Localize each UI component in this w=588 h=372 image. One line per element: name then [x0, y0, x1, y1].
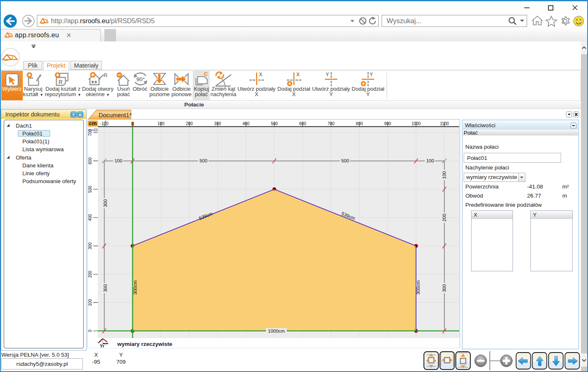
svg-text:90°: 90° [136, 76, 145, 82]
svg-text:100: 100 [442, 171, 447, 179]
svg-text:200: 200 [88, 271, 92, 278]
svg-text:wymiary rzeczywiste: wymiary rzeczywiste [117, 341, 172, 347]
svg-text:100: 100 [426, 158, 434, 163]
svg-text:300: 300 [88, 242, 92, 249]
svg-text:R: R [58, 79, 63, 85]
svg-text:100: 100 [88, 299, 92, 306]
svg-text:C: C [204, 72, 208, 77]
svg-text:500: 500 [341, 158, 349, 163]
svg-text:Yr: Yr [100, 344, 104, 348]
svg-text:300: 300 [442, 284, 447, 292]
svg-text:200: 200 [442, 214, 447, 222]
svg-text:X: X [296, 72, 300, 77]
svg-text:cm: cm [89, 120, 97, 126]
svg-text:300: 300 [103, 284, 108, 292]
svg-text:Y: Y [326, 72, 329, 77]
svg-text:600: 600 [88, 157, 92, 164]
svg-text:0: 0 [88, 330, 92, 332]
svg-text:300: 300 [103, 199, 108, 207]
svg-text:400: 400 [88, 214, 92, 221]
svg-text:500: 500 [199, 158, 207, 163]
svg-text:R: R [104, 72, 108, 78]
svg-text:300cm: 300cm [133, 280, 138, 295]
svg-text:X: X [259, 72, 262, 77]
svg-text:500: 500 [88, 186, 92, 193]
svg-text:300cm: 300cm [416, 280, 421, 295]
svg-text:Document1*: Document1* [99, 112, 132, 118]
svg-text:100: 100 [114, 158, 122, 163]
svg-text:1000cm: 1000cm [268, 329, 285, 333]
svg-text:Y: Y [370, 72, 373, 77]
